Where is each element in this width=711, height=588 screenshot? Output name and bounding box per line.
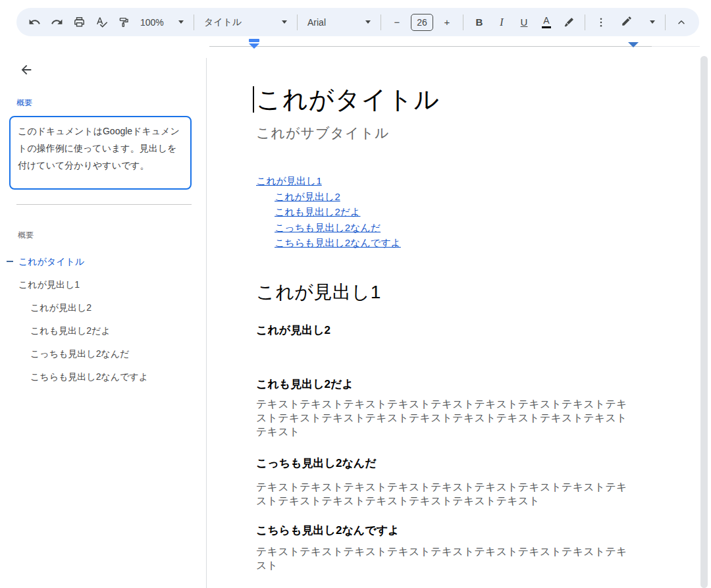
spellcheck-button[interactable] bbox=[92, 13, 111, 32]
chevron-down-icon bbox=[282, 20, 287, 24]
chevron-down-icon bbox=[365, 20, 371, 24]
vertical-scrollbar-thumb[interactable] bbox=[700, 56, 708, 588]
plus-icon: + bbox=[444, 17, 450, 27]
font-size-value: 26 bbox=[417, 17, 427, 28]
paragraph-style-value: タイトル bbox=[204, 16, 242, 28]
text-cursor bbox=[253, 86, 254, 113]
document-subtitle[interactable]: これがサブタイトル bbox=[256, 124, 700, 142]
sidebar-divider bbox=[16, 204, 192, 205]
minus-icon: − bbox=[394, 17, 400, 27]
outline-item-label: これがタイトル bbox=[18, 256, 84, 267]
italic-button[interactable]: I bbox=[492, 13, 511, 32]
decrease-font-size-button[interactable]: − bbox=[388, 13, 406, 32]
document-title[interactable]: これがタイトル bbox=[256, 84, 700, 115]
undo-button[interactable] bbox=[25, 13, 43, 32]
left-indent-icon bbox=[249, 43, 259, 49]
outline-item-label: これが見出し2 bbox=[30, 302, 92, 313]
redo-button[interactable] bbox=[47, 13, 66, 32]
ruler bbox=[209, 46, 652, 47]
font-size-input[interactable]: 26 bbox=[411, 14, 433, 31]
outline-item-label: こっちも見出し2なんだ bbox=[30, 348, 129, 359]
toolbar-divider bbox=[297, 14, 298, 30]
redo-icon bbox=[51, 16, 63, 28]
document-summary-input[interactable]: このドキュメントはGoogleドキュメントの操作例に使っています。見出しを付けて… bbox=[9, 116, 192, 190]
highlighter-icon bbox=[563, 16, 575, 28]
spellcheck-icon bbox=[95, 16, 108, 28]
first-line-indent-icon bbox=[249, 39, 259, 42]
outline-item-heading2[interactable]: こっちも見出し2なんだ bbox=[0, 346, 201, 361]
chevron-down-icon bbox=[178, 20, 184, 24]
zoom-value: 100% bbox=[140, 17, 164, 28]
outline-item-label: これが見出し1 bbox=[18, 279, 80, 290]
undo-icon bbox=[28, 16, 41, 28]
document-outline: これがタイトル これが見出し1 これが見出し2 これも見出し2だよ こっちも見出… bbox=[0, 254, 201, 392]
body-paragraph[interactable]: テキストテキストテキストテキストテキストテキストテキストテキストテキストテキスト… bbox=[256, 397, 631, 439]
toc-link[interactable]: これが見出し1 bbox=[256, 173, 322, 189]
document-editing-surface[interactable]: これがタイトル これがサブタイトル これが見出し1 これが見出し2 これも見出し… bbox=[207, 58, 700, 588]
heading-2[interactable]: これが見出し2 bbox=[256, 323, 700, 338]
toolbar-divider bbox=[585, 14, 585, 30]
outline-item-label: こちらも見出し2なんですよ bbox=[30, 371, 148, 382]
text-color-bar bbox=[542, 26, 551, 28]
paint-format-button[interactable] bbox=[115, 13, 133, 32]
chevron-down-icon bbox=[650, 20, 655, 24]
right-indent-marker[interactable] bbox=[628, 42, 639, 47]
bold-icon: B bbox=[476, 17, 483, 27]
font-family-select[interactable]: Arial bbox=[302, 13, 376, 32]
highlight-color-button[interactable] bbox=[560, 13, 578, 32]
toc-link[interactable]: こっちも見出し2なんだ bbox=[275, 220, 381, 236]
underline-icon: U bbox=[521, 17, 528, 27]
toolbar: 100% タイトル Arial − 26 + B I U A bbox=[16, 8, 699, 36]
toolbar-divider bbox=[463, 14, 463, 30]
toolbar-divider bbox=[194, 14, 194, 30]
toc-link[interactable]: これが見出し2 bbox=[275, 189, 340, 205]
toolbar-divider bbox=[381, 14, 381, 30]
toolbar-divider bbox=[665, 14, 666, 30]
underline-button[interactable]: U bbox=[515, 13, 533, 32]
table-of-contents: これが見出し1 これが見出し2 これも見出し2だよ こっちも見出し2なんだ こち… bbox=[256, 173, 700, 251]
paint-roller-icon bbox=[118, 16, 130, 28]
print-button[interactable] bbox=[70, 13, 88, 32]
summary-section-label: 概要 bbox=[16, 97, 32, 109]
heading-2[interactable]: こっちも見出し2なんだ bbox=[256, 456, 700, 471]
bold-button[interactable]: B bbox=[470, 13, 488, 32]
heading-1[interactable]: これが見出し1 bbox=[256, 281, 700, 304]
print-icon bbox=[73, 16, 86, 28]
document-page: これがタイトル これがサブタイトル これが見出し1 これが見出し2 これも見出し… bbox=[207, 58, 700, 588]
increase-font-size-button[interactable]: + bbox=[438, 13, 456, 32]
outline-item-title[interactable]: これがタイトル bbox=[0, 254, 201, 269]
left-indent-marker[interactable] bbox=[249, 39, 259, 49]
more-vert-icon bbox=[595, 16, 607, 28]
chevron-up-icon bbox=[676, 17, 687, 28]
outline-item-heading1[interactable]: これが見出し1 bbox=[0, 277, 201, 292]
ruler-margin bbox=[652, 46, 700, 47]
document-title-text: これがタイトル bbox=[256, 86, 440, 113]
toc-link[interactable]: これも見出し2だよ bbox=[275, 204, 360, 220]
hide-menus-button[interactable] bbox=[672, 13, 691, 32]
font-family-value: Arial bbox=[307, 17, 326, 28]
close-outline-button[interactable] bbox=[17, 62, 36, 80]
outline-item-label: これも見出し2だよ bbox=[30, 325, 111, 336]
editing-mode-select[interactable] bbox=[616, 13, 660, 32]
toc-link[interactable]: こちらも見出し2なんですよ bbox=[275, 235, 401, 251]
heading-2[interactable]: これも見出し2だよ bbox=[256, 377, 700, 392]
italic-icon: I bbox=[500, 17, 503, 28]
heading-2[interactable]: こちらも見出し2なんですよ bbox=[256, 523, 700, 539]
arrow-left-icon bbox=[19, 63, 34, 80]
outline-header-label: 概要 bbox=[18, 230, 34, 241]
outline-item-heading2[interactable]: これが見出し2 bbox=[0, 300, 201, 315]
more-options-button[interactable] bbox=[592, 13, 610, 32]
collapse-outline-icon[interactable] bbox=[7, 261, 13, 262]
outline-item-heading2[interactable]: こちらも見出し2なんですよ bbox=[0, 369, 201, 384]
text-color-icon: A bbox=[543, 16, 549, 25]
editing-pen-icon bbox=[621, 15, 633, 29]
document-summary-text: このドキュメントはGoogleドキュメントの操作例に使っています。見出しを付けて… bbox=[18, 126, 180, 171]
body-paragraph[interactable]: テキストテキストテキストテキストテキストテキストテキストテキストテキストテキスト… bbox=[256, 480, 631, 508]
zoom-select[interactable]: 100% bbox=[135, 13, 189, 32]
body-paragraph[interactable]: テキストテキストテキストテキストテキストテキストテキストテキストテキスト bbox=[256, 545, 631, 572]
paragraph-style-select[interactable]: タイトル bbox=[199, 13, 292, 32]
outline-item-heading2[interactable]: これも見出し2だよ bbox=[0, 323, 201, 338]
text-color-button[interactable]: A bbox=[537, 13, 556, 32]
